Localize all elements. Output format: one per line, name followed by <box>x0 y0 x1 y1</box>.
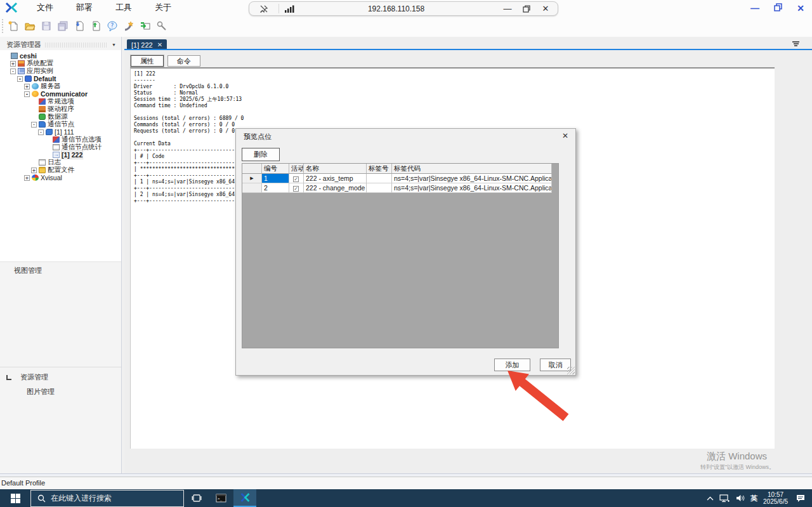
console-line: Commands (total / errors) : 0 / 0 <box>134 122 775 128</box>
expander-spacer <box>31 99 37 105</box>
remote-minimize-button[interactable]: — <box>498 2 517 15</box>
expand-icon[interactable]: + <box>31 168 37 173</box>
cell-tag-code[interactable]: ns=4;s=|var|Sinsegye x86_64-Linux-SM-CNC… <box>392 183 552 193</box>
tree-item[interactable]: ceshi <box>0 52 121 60</box>
menu-deploy[interactable]: 部署 <box>72 1 96 15</box>
cell-name[interactable]: 222 - axis_temp <box>304 174 367 183</box>
tree-item[interactable]: +配置文件 <box>0 166 121 174</box>
dialog-close-button[interactable]: ✕ <box>560 131 570 140</box>
deploy-button[interactable] <box>122 19 136 33</box>
column-header[interactable]: 名称 <box>304 164 367 174</box>
table-row[interactable]: ▶1✓222 - axis_tempns=4;s=|var|Sinsegye x… <box>242 174 558 183</box>
menu-file[interactable]: 文件 <box>33 1 57 15</box>
tree-item[interactable]: -应用实例 <box>0 67 121 75</box>
cell-active[interactable]: ✓ <box>289 174 304 183</box>
expander-spacer <box>45 145 51 150</box>
save-all-button[interactable] <box>56 19 70 33</box>
tree-item[interactable]: -通信节点 <box>0 121 121 128</box>
table-row[interactable]: 2✓222 - change_modens=4;s=|var|Sinsegye … <box>242 183 558 193</box>
cell-tag-number[interactable] <box>367 183 392 193</box>
add-target-button[interactable] <box>138 19 152 33</box>
instances-icon <box>18 68 25 74</box>
cell-number[interactable]: 2 <box>262 183 289 193</box>
row-marker[interactable] <box>242 183 262 193</box>
expand-icon[interactable]: + <box>24 84 30 89</box>
cell-number[interactable]: 1 <box>262 174 289 183</box>
collapse-icon[interactable]: - <box>24 91 30 97</box>
tree-item[interactable]: +服务器 <box>0 82 121 90</box>
expand-icon[interactable]: + <box>24 175 30 181</box>
tree-item[interactable]: 通信节点统计 <box>0 143 121 151</box>
remote-restore-button[interactable] <box>517 2 536 15</box>
tree-item[interactable]: -Default <box>0 75 121 82</box>
cell-tag-code[interactable]: ns=4;s=|var|Sinsegye x86_64-Linux-SM-CNC… <box>392 174 552 183</box>
expand-icon[interactable]: + <box>10 61 16 67</box>
start-button[interactable] <box>0 489 30 507</box>
pin-off-button[interactable] <box>254 2 273 15</box>
tree-item[interactable]: -[1] 111 <box>0 128 121 136</box>
speaker-icon[interactable] <box>736 494 745 502</box>
column-header[interactable]: 标签号 <box>367 164 392 174</box>
help-button[interactable]: ? <box>105 19 119 33</box>
tab-close-icon[interactable]: ✕ <box>157 41 162 48</box>
command-button[interactable]: 命令 <box>167 55 200 67</box>
save-button[interactable] <box>39 19 53 33</box>
delete-button[interactable]: 删除 <box>242 148 280 161</box>
collapse-icon[interactable]: - <box>17 76 23 82</box>
row-marker[interactable]: ▶ <box>242 174 262 183</box>
datasource-icon <box>39 114 46 120</box>
menu-about[interactable]: 关于 <box>151 1 175 15</box>
window-minimize-button[interactable]: — <box>743 3 766 13</box>
notification-center-icon[interactable] <box>796 494 806 503</box>
menu-tools[interactable]: 工具 <box>112 1 136 15</box>
network-icon[interactable] <box>719 494 730 503</box>
column-header[interactable]: 标签代码 <box>392 164 552 174</box>
ime-indicator[interactable]: 英 <box>750 494 757 503</box>
checkbox-checked-icon[interactable]: ✓ <box>293 186 299 192</box>
checkbox-checked-icon[interactable]: ✓ <box>293 176 299 182</box>
collapse-icon[interactable]: - <box>38 129 44 135</box>
tree-item[interactable]: 通信节点选项 <box>0 136 121 143</box>
tree-item[interactable]: +系统配置 <box>0 60 121 67</box>
tray-chevron-up-icon[interactable] <box>707 496 714 501</box>
workspace-icon <box>11 53 18 59</box>
view-manager-label[interactable]: 视图管理 <box>14 266 42 275</box>
tab-underline <box>124 49 812 50</box>
resource-manager-item[interactable]: 资源管理 <box>6 372 48 382</box>
task-view-button[interactable] <box>185 489 208 507</box>
remote-close-button[interactable]: ✕ <box>536 2 555 15</box>
column-header[interactable]: 活动 <box>289 164 304 174</box>
points-table[interactable]: 编号活动名称标签号标签代码▶1✓222 - axis_tempns=4;s=|v… <box>242 163 559 348</box>
search-icon <box>37 494 46 503</box>
import-button[interactable] <box>72 19 86 33</box>
image-manager-item[interactable]: 图片管理 <box>27 387 55 397</box>
collapse-icon[interactable]: - <box>10 69 16 74</box>
header-row-selector[interactable] <box>242 164 262 174</box>
cell-active[interactable]: ✓ <box>289 183 304 193</box>
collapse-icon[interactable]: - <box>31 122 37 128</box>
search-button[interactable] <box>155 19 169 33</box>
taskbar-search[interactable]: 在此键入进行搜索 <box>30 490 184 507</box>
panel-drag-area[interactable] <box>45 43 108 48</box>
window-close-button[interactable]: ✕ <box>789 3 812 13</box>
chevron-down-icon[interactable]: ▼ <box>112 43 116 47</box>
tree-item[interactable]: +Xvisual <box>0 174 121 181</box>
expander-spacer <box>31 107 37 112</box>
terminal-app-button[interactable]: >_ <box>209 489 232 507</box>
cell-tag-number[interactable] <box>367 174 392 183</box>
console-line: Status : Normal <box>134 90 775 96</box>
window-restore-button[interactable] <box>766 3 789 13</box>
status-bar: Default Profile <box>0 477 812 489</box>
export-button[interactable] <box>89 19 103 33</box>
open-button[interactable] <box>23 19 37 33</box>
xvisual-icon <box>32 174 39 181</box>
explorer-header[interactable]: 资源管理器 ▼ <box>0 39 121 50</box>
tab-list-icon[interactable] <box>792 41 799 47</box>
x-app-button[interactable] <box>233 489 256 507</box>
column-header[interactable]: 编号 <box>262 164 289 174</box>
new-file-button[interactable] <box>6 19 20 33</box>
toolbar-grip[interactable] <box>2 19 4 33</box>
taskbar-clock[interactable]: 10:57 2025/6/5 <box>763 491 788 505</box>
properties-button[interactable]: 属性 <box>131 55 164 67</box>
cell-name[interactable]: 222 - change_mode <box>304 183 367 193</box>
